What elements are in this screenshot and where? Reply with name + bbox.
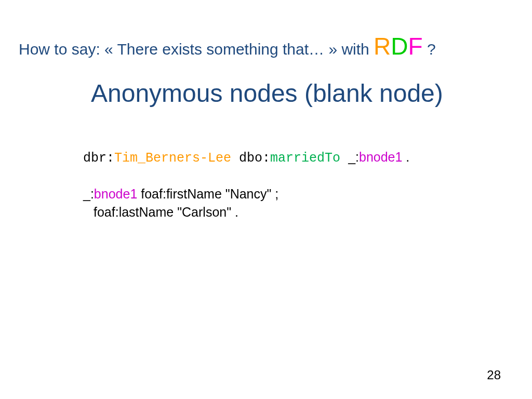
- rdf-letter-f: F: [408, 33, 423, 60]
- code-dbo-prefix: dbo:: [231, 151, 270, 166]
- rdf-letter-d: D: [391, 33, 408, 60]
- code-dbr-prefix: dbr:: [83, 151, 114, 166]
- code-line-3: foaf:lastName "Carlson" .: [83, 203, 409, 221]
- code-period-1: .: [402, 150, 409, 164]
- code-bnode1-a: bnode1: [359, 150, 402, 164]
- rdf-letter-r: R: [374, 33, 391, 60]
- header-prefix: How to say: « There exists something tha…: [19, 41, 374, 58]
- code-tim-berners-lee: Tim_Berners-Lee: [114, 151, 231, 166]
- code-married-to: marriedTo: [270, 151, 340, 166]
- code-underscore-2: _:: [83, 187, 94, 201]
- code-space: [340, 151, 348, 166]
- page-number: 28: [487, 368, 501, 382]
- code-foaf-firstname: foaf:firstName "Nancy" ;: [137, 187, 278, 201]
- header-suffix: ?: [423, 41, 436, 58]
- code-underscore-1: _:: [348, 150, 359, 164]
- slide-header: How to say: « There exists something tha…: [19, 32, 436, 60]
- code-bnode1-b: bnode1: [94, 187, 137, 201]
- slide-title: Anonymous nodes (blank node): [91, 79, 443, 108]
- code-line-1: dbr:Tim_Berners-Lee dbo:marriedTo _:bnod…: [83, 148, 409, 167]
- code-line-2: _:bnode1 foaf:firstName "Nancy" ;: [83, 185, 409, 203]
- code-block: dbr:Tim_Berners-Lee dbo:marriedTo _:bnod…: [83, 148, 409, 221]
